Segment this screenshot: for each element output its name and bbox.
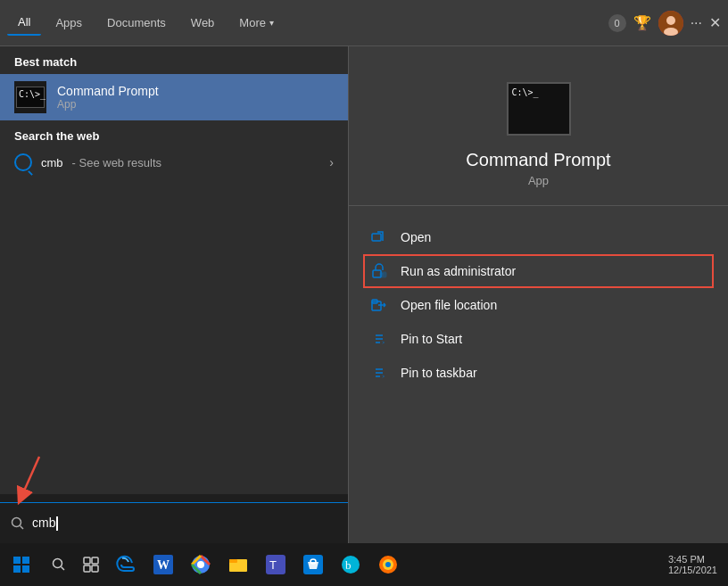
svg-text:b: b: [345, 558, 352, 572]
pin-to-taskbar-label: Pin to taskbar: [401, 366, 477, 380]
svg-text:!: !: [382, 272, 383, 277]
taskbar-bing[interactable]: b: [332, 543, 369, 586]
pin-taskbar-icon: [370, 365, 388, 381]
taskbar-word[interactable]: W: [145, 543, 182, 586]
result-type: App: [57, 98, 159, 111]
svg-point-43: [385, 562, 391, 567]
result-name: Command Prompt: [57, 84, 159, 98]
tabs-right: 0 🏆 ··· ✕: [608, 11, 721, 36]
time: 3:45 PM12/15/2021: [668, 554, 717, 575]
pin-start-icon: [370, 331, 388, 347]
app-preview: C:\>_: [507, 82, 571, 136]
result-text: Command Prompt App: [57, 84, 159, 111]
svg-rect-28: [92, 565, 98, 572]
svg-point-32: [197, 561, 204, 568]
taskbar-firefox[interactable]: [369, 543, 407, 586]
open-file-location-label: Open file location: [401, 298, 497, 312]
svg-point-1: [666, 16, 675, 25]
command-prompt-icon: C:\>_: [14, 81, 46, 113]
action-open[interactable]: Open: [349, 220, 728, 254]
taskbar-task-view[interactable]: [75, 543, 107, 586]
search-input-display[interactable]: cmb: [32, 516, 58, 531]
app-title: Command Prompt: [466, 150, 610, 170]
action-run-as-admin[interactable]: ! Run as administrator: [349, 254, 728, 288]
svg-rect-3: [372, 234, 381, 241]
action-pin-to-start[interactable]: Pin to Start: [349, 322, 728, 356]
svg-rect-26: [92, 557, 98, 564]
svg-point-23: [54, 559, 62, 568]
chevron-right-icon: ›: [329, 155, 334, 169]
svg-rect-34: [229, 559, 237, 563]
taskbar-file-explorer[interactable]: [219, 543, 257, 586]
taskbar: W T: [0, 543, 728, 586]
best-match-label: Best match: [0, 46, 348, 74]
app-subtitle: App: [528, 174, 549, 187]
more-chevron: ▾: [269, 18, 274, 28]
svg-line-21: [21, 525, 24, 529]
notification-badge: 0: [608, 14, 626, 32]
menu-left: Best match C:\>_ Command Prompt App Sear…: [0, 46, 348, 494]
tab-apps[interactable]: Apps: [45, 11, 93, 35]
taskbar-store[interactable]: [294, 543, 332, 586]
svg-rect-27: [84, 565, 90, 572]
action-pin-to-taskbar[interactable]: Pin to taskbar: [349, 356, 728, 390]
trophy-icon: 🏆: [633, 14, 651, 31]
windows-logo: [13, 557, 29, 573]
right-actions: Open ! Run as administrator: [349, 206, 728, 404]
tab-documents[interactable]: Documents: [96, 11, 177, 35]
action-open-file-location[interactable]: Open file location: [349, 288, 728, 322]
tab-web[interactable]: Web: [180, 11, 226, 35]
file-location-icon: [370, 297, 388, 313]
taskbar-teams[interactable]: T: [257, 543, 294, 586]
open-label: Open: [401, 230, 431, 244]
svg-text:W: W: [157, 558, 170, 572]
web-desc: - See web results: [72, 156, 161, 169]
tab-all[interactable]: All: [7, 10, 41, 36]
ellipsis-button[interactable]: ···: [691, 15, 702, 31]
text-cursor: [56, 516, 58, 531]
svg-point-20: [12, 517, 21, 526]
close-button[interactable]: ✕: [709, 14, 721, 31]
open-icon: [370, 229, 388, 245]
svg-text:T: T: [269, 558, 277, 572]
svg-marker-19: [382, 375, 385, 378]
menu-tabs: All Apps Documents Web More ▾ 0 🏆 ··· ✕: [0, 0, 728, 46]
taskbar-search-button[interactable]: [43, 543, 75, 586]
svg-marker-15: [382, 341, 385, 344]
web-result-item[interactable]: cmb - See web results ›: [0, 146, 348, 178]
taskbar-apps: W T: [107, 543, 668, 586]
svg-line-24: [62, 567, 65, 571]
search-web-label: Search the web: [0, 120, 348, 146]
svg-rect-25: [84, 557, 90, 564]
tab-more[interactable]: More ▾: [228, 11, 285, 35]
user-avatar[interactable]: [658, 11, 683, 36]
command-prompt-result[interactable]: C:\>_ Command Prompt App: [0, 74, 348, 120]
taskbar-edge[interactable]: [107, 543, 145, 586]
web-query: cmb: [41, 156, 63, 169]
right-header: C:\>_ Command Prompt App: [349, 46, 728, 206]
web-result-left: cmb - See web results: [14, 153, 161, 171]
system-tray: 3:45 PM12/15/2021: [668, 554, 728, 575]
search-circle-icon: [14, 153, 32, 171]
admin-icon: !: [370, 263, 388, 279]
pin-to-start-label: Pin to Start: [401, 332, 462, 346]
taskbar-start-button[interactable]: [0, 543, 43, 586]
menu-right: C:\>_ Command Prompt App Open: [348, 46, 728, 555]
taskbar-chrome[interactable]: [182, 543, 219, 586]
search-icon: [11, 516, 25, 531]
search-bar: cmb: [0, 502, 348, 543]
tabs-left: All Apps Documents Web More ▾: [7, 10, 285, 36]
run-as-admin-label: Run as administrator: [401, 264, 516, 278]
